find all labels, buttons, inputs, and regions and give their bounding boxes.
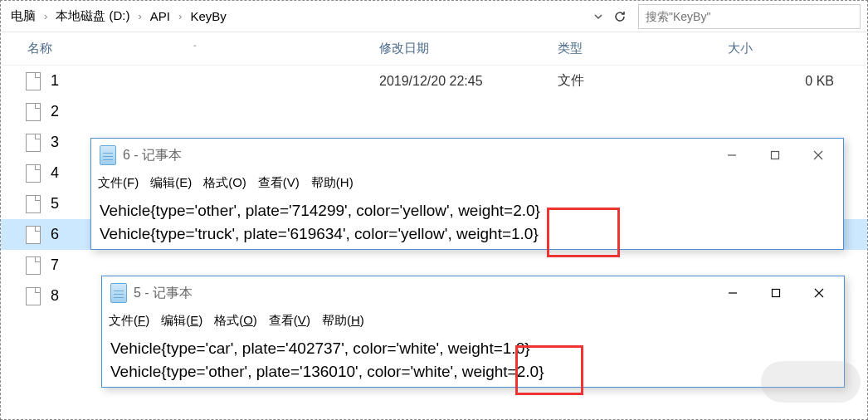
menubar: 文件(F) 编辑(E) 格式(O) 查看(V) 帮助(H): [91, 172, 843, 196]
text-line: Vehicle{type='car', plate='402737', colo…: [110, 337, 836, 360]
breadcrumb[interactable]: 电脑 › 本地磁盘 (D:) › API › KeyBy: [1, 5, 583, 27]
titlebar[interactable]: 6 - 记事本: [91, 139, 843, 172]
file-name: 7: [51, 256, 379, 274]
menu-view[interactable]: 查看(V): [269, 313, 310, 329]
minimize-button[interactable]: [711, 278, 754, 308]
chevron-right-icon: ›: [135, 10, 145, 22]
window-title: 6 - 记事本: [123, 147, 710, 164]
crumb-keyby[interactable]: KeyBy: [185, 6, 231, 27]
address-bar: 电脑 › 本地磁盘 (D:) › API › KeyBy: [1, 1, 867, 32]
crumb-disk-d[interactable]: 本地磁盘 (D:): [51, 5, 134, 27]
menu-help[interactable]: 帮助(H): [322, 313, 364, 329]
maximize-button[interactable]: [753, 140, 797, 170]
search-input[interactable]: [638, 4, 861, 29]
col-header-name[interactable]: 名称: [27, 41, 52, 56]
file-type: 文件: [558, 72, 728, 90]
file-date: 2019/12/20 22:45: [379, 74, 558, 89]
file-icon: [26, 226, 41, 244]
chevron-right-icon: ›: [175, 10, 185, 22]
col-header-type[interactable]: 类型: [558, 41, 728, 56]
history-dropdown-button[interactable]: [588, 7, 608, 27]
text-line: Vehicle{type='truck', plate='619634', co…: [100, 222, 835, 246]
maximize-button[interactable]: [754, 278, 797, 308]
text-line: Vehicle{type='other', plate='714299', co…: [100, 199, 835, 222]
notepad-window-5[interactable]: 5 - 记事本 文件(F) 编辑(E) 格式(O) 查看(V) 帮助(H) Ve…: [101, 276, 845, 388]
svg-rect-3: [773, 290, 780, 297]
menu-help[interactable]: 帮助(H): [311, 175, 354, 191]
notepad-icon: [100, 145, 116, 165]
file-icon: [26, 164, 41, 183]
file-icon: [26, 72, 41, 90]
menu-format[interactable]: 格式(O): [214, 313, 257, 329]
file-icon: [26, 256, 41, 275]
notepad-window-6[interactable]: 6 - 记事本 文件(F) 编辑(E) 格式(O) 查看(V) 帮助(H) Ve…: [90, 138, 844, 250]
file-row[interactable]: 1 2019/12/20 22:45 文件 0 KB: [1, 66, 867, 96]
menu-file[interactable]: 文件(F): [98, 175, 139, 191]
notepad-icon: [110, 283, 127, 303]
close-button[interactable]: [797, 278, 841, 308]
menu-edit[interactable]: 编辑(E): [161, 313, 202, 329]
watermark-icon: [761, 361, 861, 403]
menubar: 文件(F) 编辑(E) 格式(O) 查看(V) 帮助(H): [102, 310, 844, 334]
refresh-button[interactable]: [610, 7, 630, 27]
file-icon: [26, 287, 41, 305]
crumb-api[interactable]: API: [145, 6, 175, 27]
text-content[interactable]: Vehicle{type='other', plate='714299', co…: [91, 196, 843, 249]
sort-asc-icon: ˆ: [193, 44, 197, 54]
svg-rect-1: [772, 152, 779, 159]
column-headers: 名称 ˆ 修改日期 类型 大小: [1, 32, 867, 66]
file-row[interactable]: 2: [1, 96, 867, 127]
text-line: Vehicle{type='other', plate='136010', co…: [110, 360, 836, 383]
file-name: 2: [51, 103, 379, 120]
file-size: 0 KB: [728, 74, 867, 89]
crumb-computer[interactable]: 电脑: [6, 5, 41, 27]
window-title: 5 - 记事本: [134, 285, 711, 302]
menu-file[interactable]: 文件(F): [109, 313, 149, 329]
close-button[interactable]: [797, 140, 840, 170]
text-content[interactable]: Vehicle{type='car', plate='402737', colo…: [102, 334, 844, 387]
titlebar[interactable]: 5 - 记事本: [102, 276, 844, 310]
menu-edit[interactable]: 编辑(E): [150, 175, 192, 191]
file-icon: [26, 195, 41, 213]
menu-format[interactable]: 格式(O): [203, 175, 246, 191]
minimize-button[interactable]: [710, 140, 753, 170]
col-header-size[interactable]: 大小: [728, 41, 867, 56]
col-header-date[interactable]: 修改日期: [379, 41, 558, 56]
chevron-right-icon: ›: [41, 10, 51, 22]
menu-view[interactable]: 查看(V): [258, 175, 300, 191]
file-icon: [26, 134, 41, 152]
file-icon: [26, 103, 41, 121]
file-name: 1: [51, 72, 379, 90]
